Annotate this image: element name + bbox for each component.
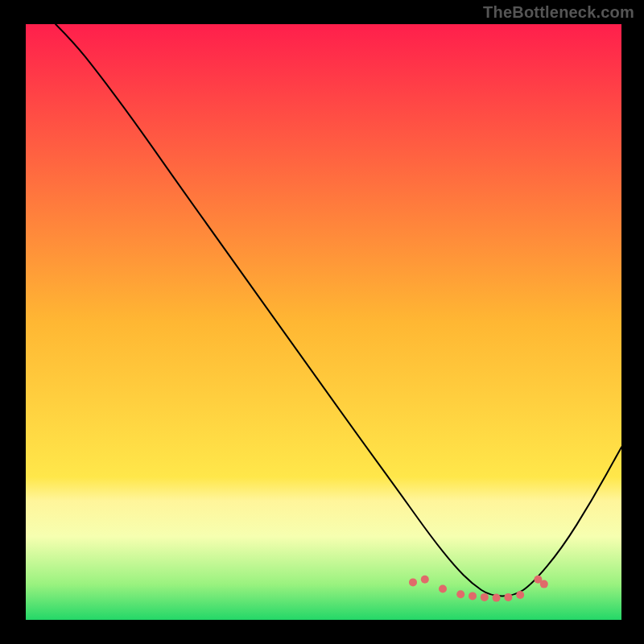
- marker-dot: [481, 593, 489, 601]
- marker-dot: [540, 580, 548, 588]
- marker-dot: [516, 591, 524, 599]
- plot-area: [26, 24, 621, 620]
- marker-dot: [421, 576, 429, 584]
- marker-dot: [504, 593, 512, 601]
- marker-dot: [456, 590, 464, 598]
- marker-dot: [469, 592, 477, 600]
- marker-dot: [439, 585, 447, 593]
- bottleneck-chart: [26, 24, 621, 620]
- watermark-text: TheBottleneck.com: [483, 3, 634, 22]
- chart-frame: TheBottleneck.com: [0, 0, 644, 644]
- gradient-background: [26, 24, 621, 620]
- marker-dot: [493, 594, 501, 602]
- marker-dot: [409, 578, 417, 586]
